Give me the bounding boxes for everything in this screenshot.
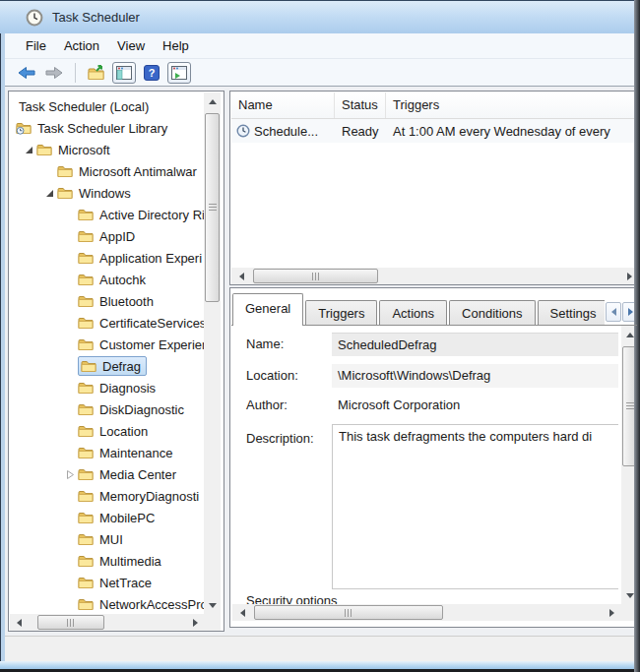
tree-item-windows[interactable]: Windows	[10, 182, 204, 204]
tree-item-body: Media Center	[78, 467, 179, 482]
tree-item-body: Active Directory Rig	[78, 208, 204, 222]
expanded-arrow-icon[interactable]	[42, 189, 57, 198]
selected-tree-item: Defrag	[78, 356, 147, 376]
list-hscrollbar[interactable]	[231, 268, 639, 284]
field-label-description: Description:	[246, 431, 314, 446]
list-hscroll-thumb[interactable]	[253, 269, 378, 283]
scroll-up-icon[interactable]	[204, 94, 221, 108]
tree-item-body: CertificateServices	[78, 316, 204, 331]
action-pane-icon[interactable]	[167, 62, 191, 84]
tree-item-body: Autochk	[78, 273, 149, 287]
help-icon[interactable]: ?	[140, 62, 163, 84]
detail-hscroll-thumb[interactable]	[254, 605, 443, 620]
tab-triggers[interactable]: Triggers	[305, 300, 377, 326]
tree-view: Task Scheduler (Local)Task Scheduler Lib…	[10, 92, 204, 614]
tree-item-defrag[interactable]: Defrag	[10, 355, 204, 377]
scroll-left-icon[interactable]	[12, 614, 26, 631]
task-triggers: At 1:00 AM every Wednesday of every	[386, 124, 638, 139]
tab-scroll-left-icon[interactable]	[606, 302, 621, 322]
tree-item-application-experi[interactable]: Application Experi	[10, 247, 204, 269]
expanded-arrow-icon[interactable]	[22, 146, 36, 154]
scroll-down-icon[interactable]	[204, 598, 221, 612]
tree-item-appid[interactable]: AppID	[10, 225, 204, 247]
tree-item-maintenance[interactable]: Maintenance	[10, 442, 204, 463]
column-header-name[interactable]: Name	[231, 92, 335, 118]
tree-item-label: Microsoft	[55, 143, 113, 157]
tree-item-body: Maintenance	[78, 446, 175, 460]
tree-item-diskdiagnostic[interactable]: DiskDiagnostic	[10, 398, 204, 420]
tree-hscroll-thumb[interactable]	[37, 615, 104, 630]
task-detail-pane: GeneralTriggersActionsConditionsSettings…	[229, 287, 639, 628]
forward-icon[interactable]	[42, 62, 66, 84]
tree-item-mui[interactable]: MUI	[10, 528, 204, 550]
tree-item-label: Task Scheduler (Local)	[16, 99, 152, 114]
column-header-triggers[interactable]: Triggers	[386, 92, 638, 118]
tree-vscroll-thumb[interactable]	[205, 113, 220, 302]
toolbar-separator	[75, 63, 76, 83]
folder-icon	[78, 229, 96, 243]
console-tree-icon[interactable]	[112, 62, 136, 84]
column-header-status[interactable]: Status	[335, 92, 386, 118]
tree-item-active-directory-rig[interactable]: Active Directory Rig	[10, 204, 204, 225]
folder-icon	[78, 251, 96, 265]
tree-item-label: Maintenance	[96, 446, 175, 460]
tab-conditions[interactable]: Conditions	[449, 300, 535, 326]
back-icon[interactable]	[15, 62, 38, 84]
import-task-icon[interactable]	[85, 62, 108, 84]
folder-icon	[78, 381, 96, 395]
library-folder-icon	[16, 121, 34, 135]
titlebar[interactable]: Task Scheduler	[0, 0, 640, 33]
tree-item-label: NetTrace	[96, 576, 155, 590]
detail-hscrollbar[interactable]	[232, 604, 621, 621]
tree-item-bluetooth[interactable]: Bluetooth	[10, 290, 204, 312]
folder-icon	[78, 294, 96, 308]
tree-item-mobilepc[interactable]: MobilePC	[10, 507, 204, 528]
tree-item-body: Location	[78, 424, 151, 439]
tree-item-customer-experien[interactable]: Customer Experien	[10, 334, 204, 355]
scroll-right-icon[interactable]	[605, 604, 618, 621]
tree-item-networkaccesspro[interactable]: NetworkAccessPro	[10, 593, 204, 614]
scroll-left-icon[interactable]	[234, 268, 248, 284]
folder-icon	[78, 532, 96, 546]
window-title: Task Scheduler	[52, 10, 140, 25]
tab-general[interactable]: General	[232, 293, 303, 326]
tree-hscrollbar[interactable]	[10, 614, 204, 631]
tree-item-location[interactable]: Location	[10, 420, 204, 442]
tree-item-body: MemoryDiagnosti	[78, 489, 202, 504]
tree-item-task-scheduler-local[interactable]: Task Scheduler (Local)	[10, 95, 204, 117]
statusbar	[5, 636, 634, 661]
tree-item-label: NetworkAccessPro	[96, 597, 204, 612]
tree-item-multimedia[interactable]: Multimedia	[10, 550, 204, 572]
tab-actions[interactable]: Actions	[379, 300, 447, 326]
task-list-header: Name Status Triggers	[231, 92, 638, 119]
folder-icon	[78, 402, 96, 416]
tree-item-label: Customer Experien	[96, 337, 204, 352]
tree-item-diagnosis[interactable]: Diagnosis	[10, 377, 204, 398]
collapsed-arrow-icon[interactable]	[63, 469, 78, 480]
folder-icon	[57, 164, 76, 178]
tree-item-label: Windows	[76, 186, 134, 201]
menu-help[interactable]: Help	[154, 35, 198, 56]
tree-item-microsoft[interactable]: Microsoft	[10, 139, 204, 160]
tree-item-body: Task Scheduler (Local)	[16, 99, 152, 114]
tab-settings[interactable]: Settings	[538, 300, 605, 326]
tree-item-certificateservices[interactable]: CertificateServices	[10, 312, 204, 334]
menu-file[interactable]: File	[17, 35, 55, 56]
menu-action[interactable]: Action	[55, 35, 108, 56]
scroll-right-icon[interactable]	[188, 614, 202, 631]
menu-view[interactable]: View	[108, 35, 154, 56]
tree-item-autochk[interactable]: Autochk	[10, 269, 204, 290]
tree-vscrollbar[interactable]	[204, 92, 221, 614]
tree-item-media-center[interactable]: Media Center	[10, 463, 204, 485]
tree-item-memorydiagnosti[interactable]: MemoryDiagnosti	[10, 485, 204, 507]
scroll-left-icon[interactable]	[235, 604, 249, 621]
tree-item-microsoft-antimalwar[interactable]: Microsoft Antimalwar	[10, 160, 204, 182]
folder-icon	[78, 446, 96, 459]
tree-item-nettrace[interactable]: NetTrace	[10, 572, 204, 593]
tree-item-body: Multimedia	[78, 554, 164, 569]
tree-item-task-scheduler-library[interactable]: Task Scheduler Library	[10, 117, 204, 139]
folder-icon	[78, 337, 96, 351]
task-row[interactable]: Schedule... Ready At 1:00 AM every Wedne…	[231, 119, 638, 143]
tree-item-body: Diagnosis	[78, 381, 159, 396]
tree-item-label: Active Directory Rig	[96, 208, 204, 222]
